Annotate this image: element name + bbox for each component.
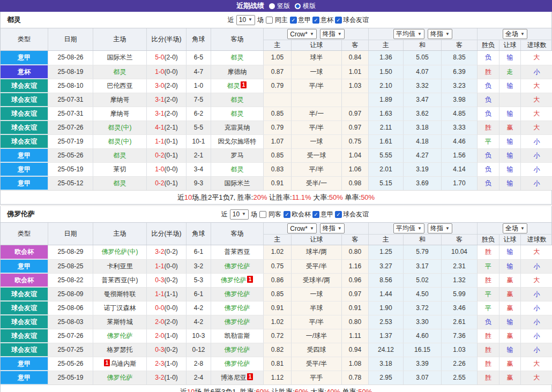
team-label: 国际米兰 xyxy=(107,54,133,61)
team-label: 格罗瑟托 xyxy=(107,346,133,353)
col-header-type: 类型 xyxy=(1,223,48,245)
avg-home-odds: 1.61 xyxy=(368,134,403,148)
radio-icon[interactable] xyxy=(269,3,275,9)
crow-away-odds: 0.96 xyxy=(341,273,368,287)
team-label: 克雷莫纳 xyxy=(225,124,250,131)
result-handicap: 输 xyxy=(499,259,520,273)
fulltime-score: 3-1 xyxy=(155,96,164,103)
summary-segment: 让胜率: xyxy=(270,388,294,392)
league-filter-checkbox[interactable]: ✓ xyxy=(335,211,342,218)
avg-home-odds: 5.55 xyxy=(368,148,403,162)
summary-segment: 近 xyxy=(177,193,184,201)
avg-draw-odds: 5.79 xyxy=(403,245,441,259)
team-label: 都灵 xyxy=(114,179,126,187)
avg-stage-select[interactable]: 终指▼ xyxy=(428,29,452,39)
league-filter-checkbox[interactable]: ✓ xyxy=(312,211,319,218)
team-label: 都灵 xyxy=(231,165,244,173)
fulltime-score: 2-0 xyxy=(155,332,164,340)
scope-select-value: 全场 xyxy=(505,224,518,233)
filter-unit-label: 场 xyxy=(251,210,257,219)
result-winloss: 胜 xyxy=(477,329,499,343)
same-venue-checkbox[interactable] xyxy=(259,211,266,218)
crow-handicap: 受一球 xyxy=(291,148,341,162)
league-filter-label: 意甲 xyxy=(320,210,333,219)
col-header-score: 比分(半场) xyxy=(146,223,186,245)
table-row: 球会友谊 25-07-31 摩纳哥 3-1(2-0) 6-2 都灵 0.85 半… xyxy=(1,107,551,120)
league-filter-checkbox[interactable]: ✓ xyxy=(284,211,290,218)
crow-stage-select[interactable]: 终指▼ xyxy=(320,29,345,39)
average-select[interactable]: 平均值▼ xyxy=(393,29,424,39)
match-date: 25-08-09 xyxy=(48,287,93,301)
match-date: 25-05-19 xyxy=(48,371,93,385)
layout-option-vertical[interactable]: 竖版 xyxy=(269,2,290,11)
chevron-down-icon: ▼ xyxy=(310,32,314,36)
crow-home-odds: 0.86 xyxy=(263,273,291,287)
layout-option-horizontal[interactable]: 横版 xyxy=(295,2,316,11)
halftime-score: (2-0) xyxy=(165,96,178,103)
bookmaker-select[interactable]: Crow*▼ xyxy=(287,223,317,233)
crow-away-odds: 0.97 xyxy=(341,287,368,301)
halftime-score: (2-1) xyxy=(165,124,178,131)
filter-bar: 近 10▼ 场 同客 ✓欧会杯✓意甲✓球会友谊 xyxy=(221,209,369,220)
avg-draw-odds: 4.27 xyxy=(403,148,441,162)
summary-segment: 单率: xyxy=(340,388,358,392)
team-label: 都灵 xyxy=(227,82,240,89)
match-count-select[interactable]: 10▼ xyxy=(236,15,255,25)
result-goals: 小 xyxy=(520,287,552,301)
col-header-type: 类型 xyxy=(1,28,48,50)
league-filter-checkbox[interactable]: ✓ xyxy=(335,17,342,24)
match-count-select[interactable]: 10▼ xyxy=(230,209,249,220)
same-venue-checkbox[interactable] xyxy=(266,17,273,24)
table-row: 球会友谊 25-07-25 格罗瑟托 0-3(0-2) 0-12 佛罗伦萨 0.… xyxy=(1,343,551,357)
crow-handicap: 一球 xyxy=(291,287,341,301)
league-filter-checkbox[interactable]: ✓ xyxy=(290,17,297,24)
bookmaker-select[interactable]: Crow*▼ xyxy=(287,29,317,39)
halftime-score: (1-1) xyxy=(165,290,178,298)
crow-stage-select[interactable]: 终指▼ xyxy=(320,223,345,233)
scope-select[interactable]: 全场▼ xyxy=(503,29,527,39)
league-filter-checkbox[interactable]: ✓ xyxy=(312,17,319,24)
result-winloss: 负 xyxy=(477,162,499,176)
table-row: 意甲 25-08-26 国际米兰 5-0(2-0) 6-5 都灵 1.05 球半… xyxy=(1,51,551,65)
result-winloss: 负 xyxy=(477,107,499,120)
match-score: 3-1(2-0) xyxy=(146,107,186,120)
match-type-badge: 意甲 xyxy=(1,148,48,162)
average-select[interactable]: 平均值▼ xyxy=(393,223,424,233)
home-team: 莱斯特城 xyxy=(93,315,146,329)
table-row: 球会友谊 25-07-26 都灵(中) 4-1(2-1) 5-5 克雷莫纳 0.… xyxy=(1,120,551,134)
corner-count: 10-3 xyxy=(186,329,211,343)
avg-stage-select[interactable]: 终指▼ xyxy=(428,223,452,233)
match-score: 1-1(1-1) xyxy=(146,287,186,301)
radio-checked-icon[interactable] xyxy=(295,3,301,9)
result-handicap: 赢 xyxy=(499,301,520,315)
avg-away-odds: 3.23 xyxy=(441,79,477,93)
result-handicap: 输 xyxy=(499,51,520,65)
corner-count: 4-2 xyxy=(186,315,211,329)
avg-draw-odds: 3.62 xyxy=(403,107,441,120)
home-team: 佛罗伦萨 xyxy=(93,329,146,343)
summary-segment: 让胜率: xyxy=(267,193,292,201)
avg-home-odds: 1.37 xyxy=(368,329,403,343)
crow-handicap: 受半/一 xyxy=(291,176,341,190)
result-goals: 小 xyxy=(520,259,552,273)
team-label: 佛罗伦萨 xyxy=(225,360,250,367)
crow-home-odds: 0.72 xyxy=(263,329,291,343)
scope-select[interactable]: 全场▼ xyxy=(503,223,527,233)
crow-handicap: 平/半 xyxy=(291,162,341,176)
match-score: 2-3(1-0) xyxy=(146,357,186,371)
result-winloss: 胜 xyxy=(477,357,499,371)
table-row: 球会友谊 25-07-26 佛罗伦萨 2-0(1-0) 10-3 凯勒雷斯 0.… xyxy=(1,329,551,343)
avg-draw-odds: 5.02 xyxy=(403,273,441,287)
home-team: 1乌迪内斯 xyxy=(93,357,146,371)
avg-draw-odds: 5.05 xyxy=(403,51,441,65)
match-date: 25-07-25 xyxy=(48,343,93,357)
result-handicap: 走 xyxy=(499,65,520,79)
avg-home-odds: 2.53 xyxy=(368,315,403,329)
red-card-badge: 1 xyxy=(247,276,253,283)
team-label: 佛罗伦萨 xyxy=(225,262,250,270)
table-row: 欧会杯 25-08-22 普莱西亚(中) 0-3(0-2) 5-3 佛罗伦萨1 … xyxy=(1,273,551,287)
home-team: 都灵(中) xyxy=(93,134,146,148)
avg-away-odds: 2.55 xyxy=(441,371,477,385)
away-team: 佛罗伦萨 xyxy=(211,315,263,329)
result-winloss: 负 xyxy=(477,79,499,93)
